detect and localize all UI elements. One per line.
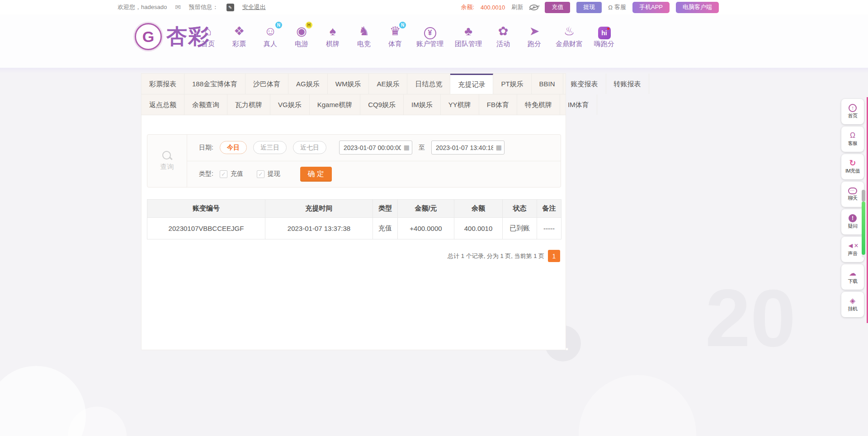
team-icon: ♣	[464, 23, 472, 39]
quick-today-button[interactable]: 今日	[220, 141, 247, 154]
tab-yy-cards[interactable]: YY棋牌	[441, 94, 479, 115]
nav-lottery[interactable]: ❖ 彩票	[229, 23, 249, 48]
mail-icon[interactable]: ✉	[175, 3, 181, 11]
tab-wm[interactable]: WM娱乐	[328, 74, 369, 94]
tab-188-sports[interactable]: 188金宝博体育	[184, 74, 245, 94]
pagination-summary: 总计 1 个记录, 分为 1 页, 当前第 1 页	[448, 252, 544, 260]
tab-saba-sports[interactable]: 沙巴体育	[245, 74, 288, 94]
recharge-checkbox[interactable]: ✓	[220, 170, 227, 178]
mobile-app-button[interactable]: 手机APP	[632, 2, 670, 13]
tab-cq9[interactable]: CQ9娱乐	[360, 94, 404, 115]
tab-pt[interactable]: PT娱乐	[493, 74, 531, 94]
tab-lottery-report[interactable]: 彩票报表	[142, 74, 184, 94]
exclamation-icon: !	[849, 214, 857, 222]
tab-rebate-total[interactable]: 返点总额	[142, 94, 184, 115]
tab-balance-query[interactable]: 余额查询	[184, 94, 227, 115]
recharge-button[interactable]: 充值	[545, 2, 570, 13]
tab-wali-cards[interactable]: 瓦力棋牌	[227, 94, 270, 115]
quick-7days-button[interactable]: 近七日	[293, 141, 326, 154]
edit-icon[interactable]: ✎	[226, 4, 234, 11]
nav-egames[interactable]: ◉H 电游	[292, 23, 311, 48]
date-from-input[interactable]	[339, 141, 412, 155]
withdraw-button[interactable]: 提现	[576, 2, 602, 13]
tab-bbin[interactable]: BBIN	[532, 74, 563, 94]
chat-bubble-icon: ⋯	[848, 188, 857, 194]
tab-daily-summary[interactable]: 日结总览	[407, 74, 450, 94]
date-to-input[interactable]	[431, 141, 505, 155]
nav-promotions[interactable]: ✿ 活动	[493, 23, 513, 48]
records-table: 账变编号 充提时间 类型 金额/元 余额 状态 备注 20230107VBBCC…	[147, 199, 561, 239]
filter-main: 日期: 今日 近三日 近七日 ▦ 至 ▦ 类型: ✓ 充值	[187, 135, 561, 187]
nav-live-casino[interactable]: ☺N 真人	[260, 23, 280, 48]
type-filter-row: 类型: ✓ 充值 ✓ 提现 确 定	[187, 161, 561, 188]
cell-type: 充值	[373, 218, 398, 239]
confirm-button[interactable]: 确 定	[300, 167, 332, 182]
recharge-checkbox-group: ✓ 充值	[220, 170, 243, 178]
rhino-icon: ➤	[529, 23, 540, 39]
cell-remark: -----	[537, 218, 561, 239]
reserved-info-label: 预留信息：	[189, 3, 218, 11]
col-remark: 备注	[537, 200, 561, 218]
tab-vg[interactable]: VG娱乐	[270, 94, 310, 115]
nav-paofen[interactable]: ➤ 跑分	[524, 23, 544, 48]
cloud-download-icon: ☁	[849, 269, 856, 277]
welcome-text: 欢迎您，hadesado	[118, 3, 167, 11]
sidebar-item-im-recharge[interactable]: ↻ IM充值	[841, 154, 864, 179]
trophy-icon: ♛N	[390, 23, 401, 39]
tab-recharge-withdraw-records[interactable]: 充提记录	[450, 74, 493, 94]
gem-icon: ◈	[850, 297, 855, 305]
nav-chess-cards[interactable]: ♠ 棋牌	[323, 23, 343, 48]
tab-transfer-report[interactable]: 转账报表	[606, 74, 649, 94]
table-row: 20230107VBBCCEEJGF 2023-01-07 13:37:38 充…	[147, 218, 561, 239]
withdraw-checkbox[interactable]: ✓	[257, 170, 264, 178]
gamepad-icon: ◉H	[296, 23, 307, 39]
tab-account-change-report[interactable]: 账变报表	[563, 74, 606, 94]
nav-account-management[interactable]: ¥ 账户管理	[416, 23, 443, 48]
calendar-icon[interactable]: ▦	[496, 144, 502, 151]
pc-client-button[interactable]: 电脑客户端	[676, 2, 719, 13]
calendar-icon[interactable]: ▦	[404, 144, 410, 151]
hide-balance-eye-icon[interactable]	[529, 5, 538, 10]
to-label: 至	[419, 144, 425, 152]
refresh-link[interactable]: 刷新	[511, 3, 523, 11]
nav-team-management[interactable]: ♣ 团队管理	[455, 23, 482, 48]
tab-ae[interactable]: AE娱乐	[369, 74, 407, 94]
tab-im[interactable]: IM娱乐	[404, 94, 441, 115]
balance-label: 余额:	[461, 3, 474, 11]
sidebar-item-chat[interactable]: ⋯ 聊天	[841, 182, 864, 207]
scrollbar-gray-segment[interactable]	[862, 190, 865, 202]
tabs-spacer	[649, 74, 665, 94]
tab-im-sports[interactable]: IM体育	[560, 94, 597, 115]
tab-ag[interactable]: AG娱乐	[288, 74, 328, 94]
headset-icon: Ω	[608, 4, 613, 11]
floating-sidebar: ↑ 首页 Ω 客服 ↻ IM充值 ⋯ 聊天 ! 疑问 ◄× 声音 ☁ 下载 ◈ …	[841, 99, 864, 317]
topbar-right: 余额: 400.0010 刷新 充值 提现 Ω客服 手机APP 电脑客户端	[461, 0, 719, 14]
nav-jinding-wealth[interactable]: ♨ 金鼎财富	[556, 23, 583, 48]
col-type: 类型	[373, 200, 398, 218]
scrollbar-green-thumb[interactable]	[862, 202, 865, 255]
quick-3days-button[interactable]: 近三日	[253, 141, 287, 154]
nav-home[interactable]: ⌂ 首页	[198, 23, 218, 48]
topbar-left: 欢迎您，hadesado ✉ 预留信息： ✎ 安全退出	[118, 0, 266, 14]
sidebar-item-questions[interactable]: ! 疑问	[841, 209, 864, 234]
sidebar-item-sound[interactable]: ◄× 声音	[841, 237, 864, 262]
sidebar-item-download[interactable]: ☁ 下载	[841, 264, 864, 290]
sidebar-item-idle[interactable]: ◈ 挂机	[841, 292, 864, 317]
sidebar-item-service[interactable]: Ω 客服	[841, 127, 864, 152]
search-side: 查询	[147, 135, 187, 187]
logout-link[interactable]: 安全退出	[242, 3, 266, 11]
tab-temian-cards[interactable]: 特免棋牌	[517, 94, 560, 115]
pagination: 总计 1 个记录, 分为 1 页, 当前第 1 页 1	[448, 250, 560, 262]
nav-hi-paofen[interactable]: hi 嗨跑分	[594, 23, 614, 48]
col-account-change-id: 账变编号	[147, 200, 265, 218]
scrollbar-track[interactable]	[862, 190, 865, 258]
live-dealer-icon: ☺N	[264, 23, 277, 39]
nav-esports[interactable]: ♞ 电竞	[354, 23, 374, 48]
date-filter-row: 日期: 今日 近三日 近七日 ▦ 至 ▦	[187, 135, 561, 161]
nav-sports[interactable]: ♛N 体育	[385, 23, 405, 48]
tab-kgame[interactable]: Kgame棋牌	[310, 94, 361, 115]
customer-service-link[interactable]: Ω客服	[608, 3, 626, 11]
tab-fb-sports[interactable]: FB体育	[479, 94, 517, 115]
page-1-button[interactable]: 1	[548, 250, 560, 262]
sidebar-item-home[interactable]: ↑ 首页	[841, 99, 864, 124]
